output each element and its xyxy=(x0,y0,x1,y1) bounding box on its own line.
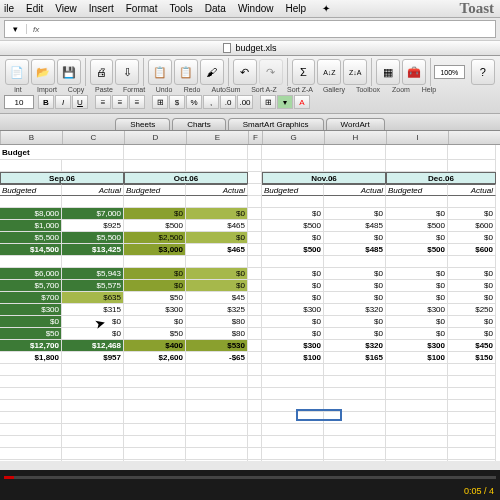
col-header[interactable]: F xyxy=(249,131,263,144)
cell[interactable]: Actual xyxy=(448,184,496,196)
cell[interactable] xyxy=(448,145,496,160)
cell[interactable]: $485 xyxy=(324,220,386,232)
cell[interactable] xyxy=(262,256,324,268)
spreadsheet-grid[interactable]: BCDEFGHI BudgetSep.06Oct.06Nov.06Dec.06B… xyxy=(0,131,500,461)
cell[interactable]: $465 xyxy=(186,220,248,232)
cell[interactable] xyxy=(248,340,262,352)
cell[interactable] xyxy=(448,256,496,268)
cell[interactable]: $5,575 xyxy=(62,280,124,292)
cell[interactable]: $0 xyxy=(262,292,324,304)
menu-insert[interactable]: Insert xyxy=(89,3,114,14)
cell[interactable] xyxy=(262,424,324,436)
cell[interactable] xyxy=(324,460,386,461)
cell[interactable]: $600 xyxy=(448,220,496,232)
cell[interactable]: $500 xyxy=(124,220,186,232)
cell[interactable] xyxy=(62,424,124,436)
name-box[interactable]: ▾ xyxy=(5,24,27,34)
cell[interactable] xyxy=(248,328,262,340)
cell[interactable] xyxy=(124,364,186,376)
cell[interactable]: $0 xyxy=(324,268,386,280)
cell[interactable] xyxy=(62,388,124,400)
cell[interactable] xyxy=(186,424,248,436)
cell[interactable]: $0 xyxy=(386,268,448,280)
cell[interactable]: Budgeted xyxy=(262,184,324,196)
cell[interactable] xyxy=(124,388,186,400)
cell[interactable] xyxy=(186,256,248,268)
cell[interactable] xyxy=(186,436,248,448)
cell[interactable] xyxy=(324,388,386,400)
cell[interactable] xyxy=(124,160,186,172)
cell[interactable] xyxy=(248,184,262,196)
cell[interactable] xyxy=(324,436,386,448)
cell[interactable]: $300 xyxy=(386,340,448,352)
cell[interactable] xyxy=(0,388,62,400)
cell[interactable]: $14,500 xyxy=(0,244,62,256)
fontsize-select[interactable]: 10 xyxy=(4,95,34,109)
toolbox-button[interactable]: 🧰 xyxy=(402,59,426,85)
cell[interactable]: $0 xyxy=(186,268,248,280)
cell[interactable]: $0 xyxy=(62,316,124,328)
cell[interactable]: $0 xyxy=(124,268,186,280)
cell[interactable]: $0 xyxy=(262,328,324,340)
cell[interactable] xyxy=(0,424,62,436)
cell[interactable]: $500 xyxy=(386,220,448,232)
cell[interactable] xyxy=(0,448,62,460)
col-header[interactable]: I xyxy=(387,131,449,144)
cell[interactable] xyxy=(262,196,324,208)
help-button[interactable]: ? xyxy=(471,59,495,85)
cell[interactable]: $0 xyxy=(324,292,386,304)
cell[interactable]: $0 xyxy=(324,328,386,340)
cell[interactable]: $0 xyxy=(124,208,186,220)
textcolor-button[interactable]: A xyxy=(294,95,310,109)
cell[interactable]: $485 xyxy=(324,244,386,256)
cell[interactable] xyxy=(324,364,386,376)
cell[interactable]: $0 xyxy=(324,280,386,292)
cell[interactable] xyxy=(248,220,262,232)
cell[interactable]: $315 xyxy=(62,304,124,316)
cell[interactable] xyxy=(62,364,124,376)
tab-charts[interactable]: Charts xyxy=(172,118,226,130)
redo-button[interactable]: ↷ xyxy=(259,59,283,85)
video-controls[interactable]: 0:05 / 4 xyxy=(0,470,500,500)
cell[interactable]: $0 xyxy=(186,208,248,220)
cell[interactable] xyxy=(186,388,248,400)
cell[interactable]: $0 xyxy=(386,280,448,292)
cell[interactable] xyxy=(386,145,448,160)
cell[interactable] xyxy=(186,400,248,412)
col-header[interactable]: C xyxy=(63,131,125,144)
cell[interactable]: Oct.06 xyxy=(124,172,248,184)
import-button[interactable]: ⇩ xyxy=(115,59,139,85)
cell[interactable] xyxy=(386,376,448,388)
cell[interactable]: $0 xyxy=(448,208,496,220)
cell[interactable]: $600 xyxy=(448,244,496,256)
cell[interactable] xyxy=(124,412,186,424)
cell[interactable]: $2,500 xyxy=(124,232,186,244)
cell[interactable]: $0 xyxy=(262,280,324,292)
cell[interactable]: $635 xyxy=(62,292,124,304)
menu-help[interactable]: Help xyxy=(286,3,307,14)
cell[interactable]: $2,600 xyxy=(124,352,186,364)
cell[interactable] xyxy=(0,196,62,208)
cell[interactable]: $100 xyxy=(262,352,324,364)
cell[interactable]: $80 xyxy=(186,316,248,328)
format-button[interactable]: 🖌 xyxy=(200,59,224,85)
save-button[interactable]: 💾 xyxy=(57,59,81,85)
col-header[interactable]: E xyxy=(187,131,249,144)
cell[interactable]: $0 xyxy=(448,292,496,304)
cell[interactable] xyxy=(386,448,448,460)
cell[interactable] xyxy=(248,448,262,460)
cell[interactable]: $0 xyxy=(448,328,496,340)
cell[interactable] xyxy=(248,208,262,220)
copy-button[interactable]: 📋 xyxy=(148,59,172,85)
cell[interactable]: $100 xyxy=(386,352,448,364)
underline-button[interactable]: U xyxy=(72,95,88,109)
cell[interactable] xyxy=(324,145,386,160)
cell[interactable]: $45 xyxy=(186,292,248,304)
currency-button[interactable]: $ xyxy=(169,95,185,109)
cell[interactable]: Dec.06 xyxy=(386,172,496,184)
cell[interactable]: $1,000 xyxy=(0,220,62,232)
cell[interactable] xyxy=(448,364,496,376)
cell[interactable] xyxy=(448,436,496,448)
menu-view[interactable]: View xyxy=(55,3,77,14)
cell[interactable] xyxy=(0,436,62,448)
